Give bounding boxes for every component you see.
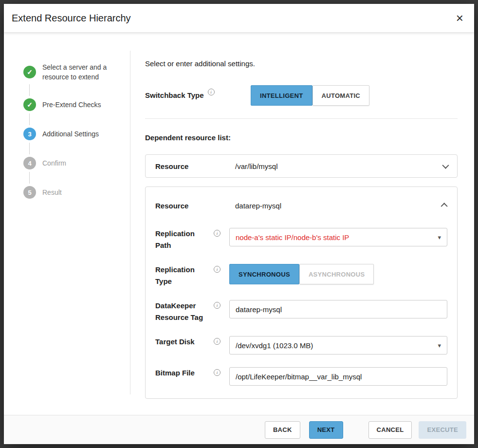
replication-type-row: Replication Type i SYNCHRONOUS ASYNCHRON… — [155, 264, 447, 287]
cancel-button[interactable]: CANCEL — [368, 421, 412, 439]
close-icon[interactable]: × — [454, 11, 465, 25]
bitmap-file-row: Bitmap File i — [155, 367, 447, 386]
intelligent-option[interactable]: INTELLIGENT — [251, 85, 313, 106]
extend-resource-hierarchy-dialog: Extend Resource Hierarchy × ✓ Select a s… — [4, 4, 474, 444]
bitmap-file-input[interactable] — [229, 367, 447, 386]
resource-panel-header[interactable]: Resource datarep-mysql — [155, 196, 447, 215]
step-number-badge: 3 — [23, 128, 36, 140]
datakeeper-resource-tag-row: DataKeeper Resource Tag i — [155, 300, 447, 323]
next-button[interactable]: NEXT — [309, 421, 343, 439]
resource-value: /var/lib/mysql — [229, 162, 278, 170]
switchback-type-row: Switchback Type i INTELLIGENT AUTOMATIC — [145, 85, 458, 106]
step-label: Additional Settings — [42, 129, 120, 139]
asynchronous-option[interactable]: ASYNCHRONOUS — [299, 264, 374, 284]
resource-label: Resource — [155, 202, 229, 210]
dependent-resource-list-label: Dependent resource list: — [145, 133, 458, 142]
execute-button[interactable]: EXECUTE — [419, 421, 466, 439]
step-done-check-icon: ✓ — [23, 98, 36, 111]
dialog-header: Extend Resource Hierarchy × — [4, 4, 474, 32]
section-divider — [145, 118, 458, 119]
info-icon: i — [208, 89, 215, 95]
step-done-check-icon: ✓ — [23, 66, 36, 78]
step-label: Confirm — [42, 158, 120, 168]
step-connector — [29, 84, 30, 96]
resource-panel-collapsed[interactable]: Resource /var/lib/mysql — [145, 154, 458, 178]
target-disk-select[interactable]: /dev/xvdg1 (1023.0 MB) ▾ — [229, 336, 447, 355]
dialog-body: ✓ Select a server and a resource to exte… — [4, 32, 474, 415]
intro-text: Select or enter additional settings. — [145, 59, 458, 68]
switchback-type-toggle: INTELLIGENT AUTOMATIC — [251, 85, 369, 106]
step-connector — [29, 143, 30, 154]
chevron-up-icon — [441, 203, 448, 209]
back-button[interactable]: BACK — [265, 421, 300, 439]
field-label: DataKeeper Resource Tag — [155, 300, 210, 323]
step-number-badge: 4 — [23, 157, 36, 169]
field-label: Replication Path — [155, 228, 210, 251]
target-disk-value: /dev/xvdg1 (1023.0 MB) — [236, 341, 434, 350]
switchback-type-label: Switchback Type — [145, 90, 204, 101]
step-additional-settings: 3 Additional Settings — [23, 128, 130, 140]
step-label: Select a server and a resource to extend — [42, 62, 120, 82]
step-pre-extend-checks: ✓ Pre-Extend Checks — [23, 98, 130, 111]
info-icon: i — [214, 230, 221, 237]
step-select-server: ✓ Select a server and a resource to exte… — [23, 62, 130, 82]
target-disk-row: Target Disk i /dev/xvdg1 (1023.0 MB) ▾ — [155, 336, 447, 355]
field-label: Bitmap File — [155, 367, 210, 379]
dialog-title: Extend Resource Hierarchy — [12, 13, 131, 24]
page-backdrop: Extend Resource Hierarchy × ✓ Select a s… — [0, 0, 478, 448]
step-connector — [29, 172, 30, 184]
settings-content: Select or enter additional settings. Swi… — [130, 32, 474, 415]
wizard-stepper: ✓ Select a server and a resource to exte… — [4, 32, 130, 415]
caret-down-icon: ▾ — [438, 342, 441, 349]
info-icon: i — [214, 338, 221, 345]
automatic-option[interactable]: AUTOMATIC — [313, 85, 370, 106]
resource-value: datarep-mysql — [229, 202, 281, 210]
info-icon: i — [214, 302, 221, 309]
field-label: Target Disk — [155, 336, 210, 348]
switchback-type-label-wrap: Switchback Type i — [145, 90, 251, 101]
step-label: Pre-Extend Checks — [42, 100, 120, 110]
resource-panel-expanded: Resource datarep-mysql Replication Path … — [145, 187, 458, 399]
info-icon: i — [214, 266, 221, 273]
step-number-badge: 5 — [23, 186, 36, 199]
replication-path-select[interactable]: node-a's static IP/node-b's static IP ▾ — [229, 228, 447, 246]
info-icon: i — [214, 369, 221, 376]
caret-down-icon: ▾ — [438, 234, 441, 241]
replication-path-row: Replication Path i node-a's static IP/no… — [155, 228, 447, 251]
replication-type-toggle: SYNCHRONOUS ASYNCHRONOUS — [229, 264, 374, 284]
replication-path-value: node-a's static IP/node-b's static IP — [236, 233, 434, 242]
step-result: 5 Result — [23, 186, 130, 199]
chevron-down-icon — [442, 162, 449, 169]
datakeeper-resource-tag-input[interactable] — [229, 300, 447, 318]
field-label: Replication Type — [155, 264, 210, 287]
step-confirm: 4 Confirm — [23, 157, 130, 169]
step-connector — [29, 113, 30, 125]
resource-label: Resource — [155, 162, 229, 170]
synchronous-option[interactable]: SYNCHRONOUS — [229, 264, 299, 284]
step-label: Result — [42, 187, 120, 197]
dialog-footer: BACK NEXT CANCEL EXECUTE — [4, 415, 474, 444]
